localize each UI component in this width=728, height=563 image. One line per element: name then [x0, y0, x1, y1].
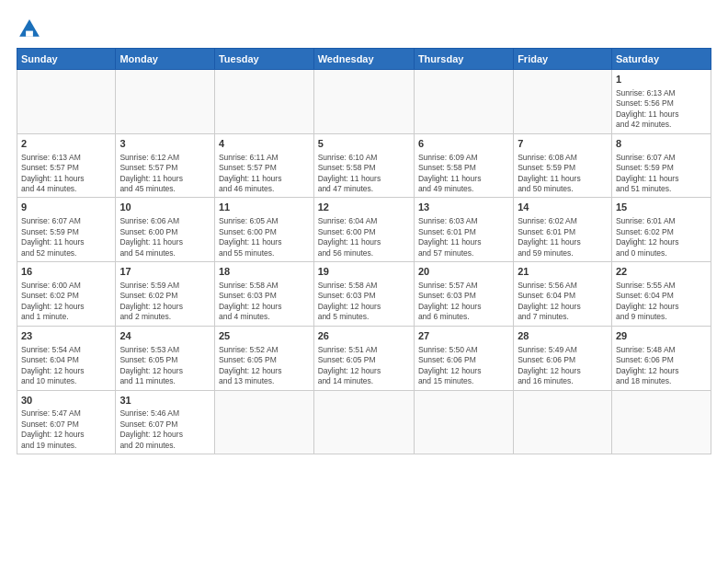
week-row-4: 16Sunrise: 6:00 AM Sunset: 6:02 PM Dayli… — [17, 262, 711, 327]
day-info: Sunrise: 6:13 AM Sunset: 5:56 PM Dayligh… — [616, 88, 707, 131]
weekday-header-row: SundayMondayTuesdayWednesdayThursdayFrid… — [17, 49, 711, 70]
calendar-cell: 3Sunrise: 6:12 AM Sunset: 5:57 PM Daylig… — [116, 133, 215, 198]
generalblue-logo-icon — [17, 17, 42, 42]
calendar-cell: 27Sunrise: 5:50 AM Sunset: 6:06 PM Dayli… — [414, 326, 513, 390]
day-number: 14 — [518, 201, 608, 214]
day-info: Sunrise: 6:11 AM Sunset: 5:57 PM Dayligh… — [219, 153, 310, 195]
day-number: 7 — [518, 137, 608, 151]
weekday-saturday: Saturday — [611, 49, 711, 70]
calendar-cell: 11Sunrise: 6:05 AM Sunset: 6:00 PM Dayli… — [214, 198, 313, 262]
calendar-cell: 23Sunrise: 5:54 AM Sunset: 6:04 PM Dayli… — [17, 326, 116, 390]
calendar-cell: 29Sunrise: 5:48 AM Sunset: 6:06 PM Dayli… — [611, 326, 711, 390]
day-number: 17 — [119, 265, 210, 279]
calendar-cell: 21Sunrise: 5:56 AM Sunset: 6:04 PM Dayli… — [514, 262, 612, 327]
week-row-5: 23Sunrise: 5:54 AM Sunset: 6:04 PM Dayli… — [17, 326, 711, 390]
day-info: Sunrise: 5:46 AM Sunset: 6:07 PM Dayligh… — [119, 408, 210, 451]
day-number: 27 — [418, 329, 509, 343]
calendar-cell: 30Sunrise: 5:47 AM Sunset: 6:07 PM Dayli… — [17, 390, 116, 454]
day-info: Sunrise: 6:02 AM Sunset: 6:01 PM Dayligh… — [518, 216, 608, 259]
day-info: Sunrise: 5:59 AM Sunset: 6:02 PM Dayligh… — [119, 281, 210, 323]
day-info: Sunrise: 5:47 AM Sunset: 6:07 PM Dayligh… — [21, 408, 111, 451]
calendar-cell: 25Sunrise: 5:52 AM Sunset: 6:05 PM Dayli… — [214, 326, 313, 390]
day-number: 23 — [21, 329, 111, 343]
calendar-cell: 18Sunrise: 5:58 AM Sunset: 6:03 PM Dayli… — [214, 262, 313, 327]
page: SundayMondayTuesdayWednesdayThursdayFrid… — [0, 0, 728, 563]
weekday-thursday: Thursday — [414, 49, 513, 70]
day-info: Sunrise: 5:58 AM Sunset: 6:03 PM Dayligh… — [318, 281, 410, 323]
day-number: 31 — [119, 394, 210, 408]
calendar-cell: 26Sunrise: 5:51 AM Sunset: 6:05 PM Dayli… — [313, 326, 414, 390]
svg-rect-2 — [26, 31, 33, 37]
calendar-cell — [514, 70, 612, 134]
calendar-cell: 8Sunrise: 6:07 AM Sunset: 5:59 PM Daylig… — [611, 133, 711, 198]
calendar-cell: 20Sunrise: 5:57 AM Sunset: 6:03 PM Dayli… — [414, 262, 513, 327]
calendar-cell — [514, 390, 612, 454]
calendar-cell — [116, 70, 215, 134]
calendar-cell: 7Sunrise: 6:08 AM Sunset: 5:59 PM Daylig… — [514, 133, 612, 198]
calendar-cell — [214, 390, 313, 454]
week-row-1: 1Sunrise: 6:13 AM Sunset: 5:56 PM Daylig… — [17, 70, 711, 134]
calendar-cell: 12Sunrise: 6:04 AM Sunset: 6:00 PM Dayli… — [313, 198, 414, 262]
day-number: 21 — [518, 265, 608, 279]
header — [17, 17, 711, 42]
calendar-cell: 17Sunrise: 5:59 AM Sunset: 6:02 PM Dayli… — [116, 262, 215, 327]
day-info: Sunrise: 6:08 AM Sunset: 5:59 PM Dayligh… — [518, 153, 608, 195]
day-number: 3 — [119, 137, 210, 151]
day-info: Sunrise: 6:06 AM Sunset: 6:00 PM Dayligh… — [119, 216, 210, 259]
calendar-table: SundayMondayTuesdayWednesdayThursdayFrid… — [17, 48, 711, 454]
calendar-cell: 13Sunrise: 6:03 AM Sunset: 6:01 PM Dayli… — [414, 198, 513, 262]
day-info: Sunrise: 5:57 AM Sunset: 6:03 PM Dayligh… — [418, 281, 509, 323]
day-info: Sunrise: 6:13 AM Sunset: 5:57 PM Dayligh… — [21, 153, 111, 195]
calendar-cell — [313, 390, 414, 454]
day-info: Sunrise: 6:07 AM Sunset: 5:59 PM Dayligh… — [616, 153, 707, 195]
calendar-cell: 2Sunrise: 6:13 AM Sunset: 5:57 PM Daylig… — [17, 133, 116, 198]
day-number: 22 — [616, 265, 707, 279]
week-row-2: 2Sunrise: 6:13 AM Sunset: 5:57 PM Daylig… — [17, 133, 711, 198]
calendar-cell — [414, 390, 513, 454]
calendar-cell: 24Sunrise: 5:53 AM Sunset: 6:05 PM Dayli… — [116, 326, 215, 390]
day-info: Sunrise: 6:04 AM Sunset: 6:00 PM Dayligh… — [318, 216, 410, 259]
day-info: Sunrise: 6:12 AM Sunset: 5:57 PM Dayligh… — [119, 153, 210, 195]
day-number: 8 — [616, 137, 707, 151]
weekday-friday: Friday — [514, 49, 612, 70]
day-info: Sunrise: 6:10 AM Sunset: 5:58 PM Dayligh… — [318, 153, 410, 195]
day-info: Sunrise: 6:01 AM Sunset: 6:02 PM Dayligh… — [616, 216, 707, 259]
day-number: 25 — [219, 329, 310, 343]
day-number: 13 — [418, 201, 509, 214]
calendar-cell: 28Sunrise: 5:49 AM Sunset: 6:06 PM Dayli… — [514, 326, 612, 390]
day-number: 20 — [418, 265, 509, 279]
day-number: 29 — [616, 329, 707, 343]
day-number: 10 — [119, 201, 210, 214]
calendar-cell: 4Sunrise: 6:11 AM Sunset: 5:57 PM Daylig… — [214, 133, 313, 198]
calendar-cell: 9Sunrise: 6:07 AM Sunset: 5:59 PM Daylig… — [17, 198, 116, 262]
day-info: Sunrise: 5:50 AM Sunset: 6:06 PM Dayligh… — [418, 345, 509, 387]
day-number: 12 — [318, 201, 410, 214]
calendar-cell: 16Sunrise: 6:00 AM Sunset: 6:02 PM Dayli… — [17, 262, 116, 327]
calendar-cell: 6Sunrise: 6:09 AM Sunset: 5:58 PM Daylig… — [414, 133, 513, 198]
day-number: 19 — [318, 265, 410, 279]
calendar-cell — [313, 70, 414, 134]
calendar-cell: 1Sunrise: 6:13 AM Sunset: 5:56 PM Daylig… — [611, 70, 711, 134]
weekday-sunday: Sunday — [17, 49, 116, 70]
calendar-cell: 14Sunrise: 6:02 AM Sunset: 6:01 PM Dayli… — [514, 198, 612, 262]
day-number: 15 — [616, 201, 707, 214]
day-info: Sunrise: 5:49 AM Sunset: 6:06 PM Dayligh… — [518, 345, 608, 387]
day-info: Sunrise: 5:54 AM Sunset: 6:04 PM Dayligh… — [21, 345, 111, 387]
day-info: Sunrise: 6:03 AM Sunset: 6:01 PM Dayligh… — [418, 216, 509, 259]
calendar-cell: 10Sunrise: 6:06 AM Sunset: 6:00 PM Dayli… — [116, 198, 215, 262]
day-number: 4 — [219, 137, 310, 151]
calendar-cell: 31Sunrise: 5:46 AM Sunset: 6:07 PM Dayli… — [116, 390, 215, 454]
calendar-cell: 22Sunrise: 5:55 AM Sunset: 6:04 PM Dayli… — [611, 262, 711, 327]
logo — [17, 17, 46, 42]
calendar-cell — [214, 70, 313, 134]
day-number: 11 — [219, 201, 310, 214]
day-info: Sunrise: 5:53 AM Sunset: 6:05 PM Dayligh… — [119, 345, 210, 387]
day-number: 6 — [418, 137, 509, 151]
calendar-cell — [414, 70, 513, 134]
day-number: 18 — [219, 265, 310, 279]
day-number: 9 — [21, 201, 111, 214]
calendar-cell — [611, 390, 711, 454]
day-number: 5 — [318, 137, 410, 151]
calendar-cell: 19Sunrise: 5:58 AM Sunset: 6:03 PM Dayli… — [313, 262, 414, 327]
weekday-tuesday: Tuesday — [214, 49, 313, 70]
